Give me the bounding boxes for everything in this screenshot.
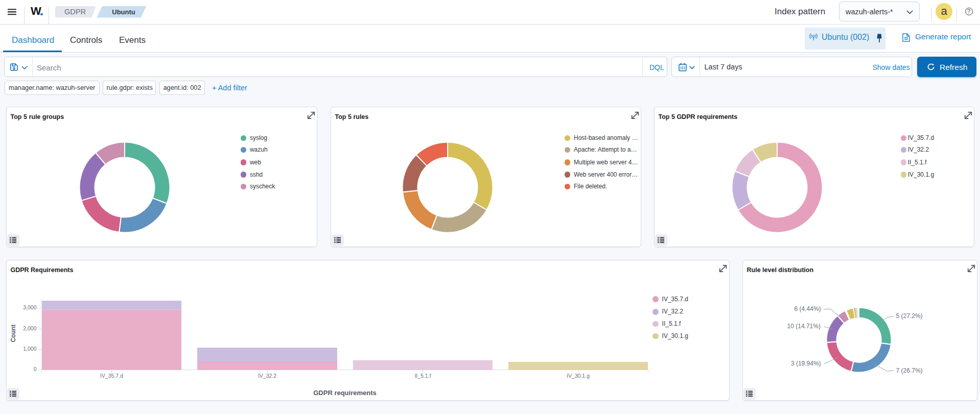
svg-text:GDPR requirements: GDPR requirements <box>313 389 377 397</box>
svg-text:1,000: 1,000 <box>23 346 36 352</box>
svg-text:Count: Count <box>10 325 17 343</box>
svg-text:2,000: 2,000 <box>23 325 36 331</box>
svg-text:II_5.1.f: II_5.1.f <box>414 373 431 379</box>
svg-text:IV_35.7.d: IV_35.7.d <box>100 373 123 379</box>
svg-text:3,000: 3,000 <box>23 304 36 310</box>
svg-text:IV_32.2: IV_32.2 <box>258 373 276 379</box>
svg-text:IV_30.1.g: IV_30.1.g <box>567 373 590 379</box>
svg-text:0: 0 <box>34 366 37 372</box>
